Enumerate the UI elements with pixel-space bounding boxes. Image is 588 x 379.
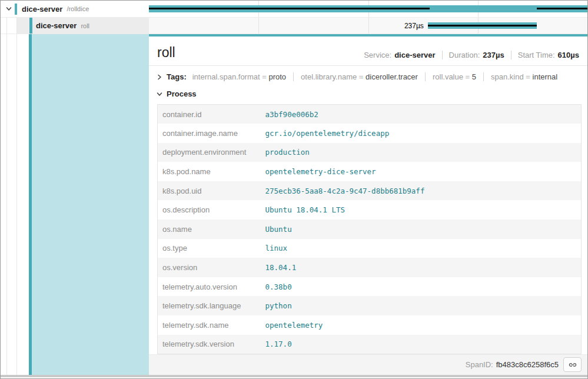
process-value: 275ecb36-5aa8-4c2a-9c47-d8bb681b9aff <box>261 181 582 201</box>
main-area: roll Service: dice-server Duration: 237µ… <box>1 34 587 375</box>
process-value: Ubuntu <box>261 220 582 239</box>
tag-key: internal.span.format <box>192 72 260 81</box>
process-key: telemetry.sdk.language <box>158 296 261 315</box>
operation-name: /rolldice <box>67 5 89 12</box>
tag-key: roll.value <box>433 72 463 81</box>
tag-value: 5 <box>472 72 476 81</box>
span-rows: dice-server /rolldice dice-server <box>1 1 587 34</box>
spanid-value: fb483c8c6258f6c5 <box>496 360 559 369</box>
process-key: telemetry.auto.version <box>158 277 261 297</box>
meta-item: Start Time: 610µs <box>511 51 579 59</box>
tag-key: span.kind <box>491 72 524 81</box>
service-color-chip <box>15 4 17 15</box>
process-value: opentelemetry <box>261 315 582 335</box>
meta-value: 610µs <box>558 51 579 59</box>
table-row: os.version 18.04.1 <box>158 258 582 277</box>
table-row: telemetry.sdk.name opentelemetry <box>158 315 582 335</box>
chevron-down-icon <box>156 91 163 98</box>
process-label: Process <box>167 89 197 98</box>
table-row: telemetry.sdk.language python <box>158 296 582 315</box>
process-key: telemetry.sdk.version <box>158 335 261 354</box>
chevron-down-icon[interactable] <box>5 5 12 12</box>
deep-link-button[interactable] <box>563 357 582 372</box>
tags-label: Tags: <box>167 72 187 81</box>
selected-span-gutter <box>1 34 149 375</box>
table-row: os.type linux <box>158 239 582 258</box>
process-key: k8s.pod.uid <box>158 181 261 201</box>
span-name-cell-rolldice[interactable]: dice-server /rolldice <box>1 1 149 18</box>
table-row: os.description Ubuntu 18.04.1 LTS <box>158 200 582 220</box>
meta-label: Service: <box>364 51 391 59</box>
tag-item: roll.value = 5 <box>425 72 476 81</box>
spanid-label: SpanID: <box>466 360 493 369</box>
process-value: opentelemetry-dice-server <box>261 162 582 181</box>
link-icon <box>568 360 577 370</box>
process-value: Ubuntu 18.04.1 LTS <box>261 200 582 220</box>
critical-path-segment <box>537 8 587 9</box>
horizontal-scrollbar[interactable] <box>1 375 587 377</box>
process-value: 0.38b0 <box>261 277 582 297</box>
process-value: gcr.io/opentelemetry/diceapp <box>261 124 582 143</box>
process-key: os.description <box>158 200 261 220</box>
process-key-value-table: container.id a3bf90e006b2 container.imag… <box>157 104 582 354</box>
process-accordion-header[interactable]: Process <box>149 85 587 103</box>
span-row-rolldice[interactable]: dice-server /rolldice <box>1 1 587 18</box>
table-row: k8s.pod.name opentelemetry-dice-server <box>158 162 582 181</box>
selected-span-fill <box>32 34 149 375</box>
process-value: 18.04.1 <box>261 258 582 277</box>
table-row: telemetry.sdk.version 1.17.0 <box>158 335 582 354</box>
tag-value: proto <box>268 72 286 81</box>
indent-guide <box>16 34 17 375</box>
tag-value: diceroller.tracer <box>366 72 418 81</box>
span-detail-header: roll Service: dice-server Duration: 237µ… <box>149 36 587 66</box>
span-detail-footer: SpanID: fb483c8c6258f6c5 <box>149 354 587 375</box>
table-row: os.name Ubuntu <box>158 220 582 239</box>
chevron-right-icon <box>156 74 163 81</box>
span-title: roll <box>157 46 175 59</box>
span-detail-panel: roll Service: dice-server Duration: 237µ… <box>149 34 587 375</box>
process-value: production <box>261 143 582 162</box>
span-row-roll[interactable]: dice-server roll 237µs <box>1 18 587 34</box>
process-value: a3bf90e006b2 <box>261 105 582 124</box>
operation-name: roll <box>81 22 89 29</box>
tags-accordion-header[interactable]: Tags: internal.span.format = proto otel.… <box>149 66 587 85</box>
process-key: os.name <box>158 220 261 239</box>
span-name-cell-roll[interactable]: dice-server roll <box>1 18 149 34</box>
span-duration-label: 237µs <box>149 18 428 34</box>
span-timeline-cell-rolldice[interactable] <box>149 1 587 18</box>
tag-item: otel.library.name = diceroller.tracer <box>293 72 418 81</box>
meta-item: Duration: 237µs <box>442 51 504 59</box>
table-row: container.image.name gcr.io/opentelemetr… <box>158 124 582 143</box>
table-row: container.id a3bf90e006b2 <box>158 105 582 124</box>
process-key: os.type <box>158 239 261 258</box>
trace-timeline-view: dice-server /rolldice dice-server <box>0 0 588 379</box>
tag-item: internal.span.format = proto <box>192 72 286 81</box>
process-key: container.id <box>158 105 261 124</box>
process-key: os.version <box>158 258 261 277</box>
indent-guide <box>6 34 7 375</box>
process-value: python <box>261 296 582 315</box>
meta-value: 237µs <box>483 51 504 59</box>
meta-value: dice-server <box>394 51 435 59</box>
process-key: deployment.environment <box>158 143 261 162</box>
process-key: k8s.pod.name <box>158 162 261 181</box>
process-value: linux <box>261 239 582 258</box>
span-bar-roll[interactable] <box>428 22 537 29</box>
service-name: dice-server <box>36 21 77 30</box>
tags-summary: internal.span.format = proto otel.librar… <box>192 72 557 81</box>
table-row: deployment.environment production <box>158 143 582 162</box>
tag-item: span.kind = internal <box>483 72 557 81</box>
critical-path-segment <box>149 8 430 9</box>
table-row: telemetry.auto.version 0.38b0 <box>158 277 582 297</box>
process-key: telemetry.sdk.name <box>158 315 261 335</box>
process-value: 1.17.0 <box>261 335 582 354</box>
table-row: k8s.pod.uid 275ecb36-5aa8-4c2a-9c47-d8bb… <box>158 181 582 201</box>
meta-label: Start Time: <box>518 51 555 59</box>
process-key: container.image.name <box>158 124 261 143</box>
service-name: dice-server <box>22 5 62 14</box>
tag-value: internal <box>533 72 558 81</box>
span-meta: Service: dice-server Duration: 237µs Sta… <box>364 51 579 59</box>
span-timeline-cell-roll[interactable]: 237µs <box>149 18 587 34</box>
meta-label: Duration: <box>449 51 480 59</box>
meta-item: Service: dice-server <box>364 51 435 59</box>
